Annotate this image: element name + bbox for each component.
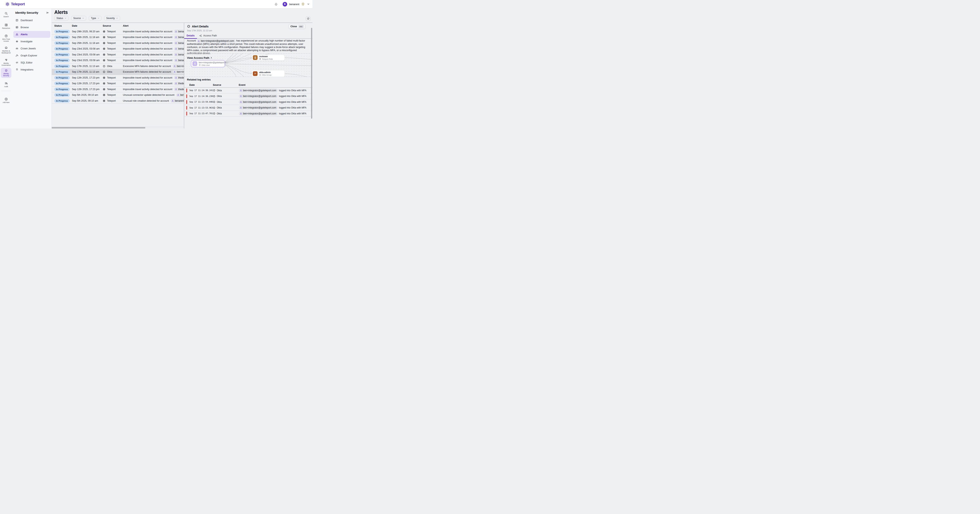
rail-item-identity-security[interactable]: Identity Security <box>1 68 11 78</box>
access-path-node-reviewer[interactable]: reviewerTeleport Role <box>251 55 285 61</box>
sidebar-item-label: Crown Jewels <box>21 47 36 50</box>
rail-item-machine-workload-id[interactable]: Machine & Workload ID <box>1 46 11 54</box>
rail-item-search[interactable]: Search <box>1 11 11 18</box>
source-label: Teleport <box>107 48 116 50</box>
horizontal-scrollbar[interactable] <box>52 127 184 128</box>
rail-item-label: Audit <box>4 86 8 87</box>
user-icon <box>240 113 242 115</box>
account-chip[interactable]: benarent <box>170 99 186 103</box>
sidebar-collapse-button[interactable] <box>46 11 49 14</box>
filter-status[interactable]: Status <box>54 16 68 21</box>
sidebar-items: DashboardBrowseAlertsInvestigateCrown Je… <box>12 17 51 73</box>
account-chip[interactable]: ben+integrator@goteleport.com <box>239 100 278 104</box>
rail-item-add-new[interactable]: Add New <box>1 97 11 104</box>
chevron-down-icon <box>307 3 310 5</box>
status-badge: In Progress <box>54 35 70 39</box>
alert-description: Account ben+integrator@goteleport.com ha… <box>187 40 309 55</box>
column-header: Date <box>72 24 103 27</box>
alert-text: Unusual connector update detected for ac… <box>123 94 175 96</box>
machine-icon <box>5 46 8 49</box>
access-path-node-okta-admin[interactable]: okta-adminOkta Group <box>251 70 285 77</box>
node-text: okta-adminOkta Group <box>259 71 272 76</box>
status-cell: In Progress <box>54 59 72 62</box>
source-label: Okta <box>107 70 112 73</box>
filter-severity[interactable]: Severity <box>104 16 120 21</box>
date-cell: Sep 5th 2025, 09:10 am <box>72 100 103 102</box>
log-row[interactable]: Sep 17 11:14:38.230Oktaben+integrator@go… <box>184 94 312 99</box>
source-label: Teleport <box>107 59 116 62</box>
tab-access-path[interactable]: Access Path <box>197 33 219 38</box>
identity-security-sidebar: Identity Security DashboardBrowseAlertsI… <box>12 8 52 128</box>
dashboard-icon <box>16 19 18 22</box>
sidebar-item-graph-explorer[interactable]: Graph Explorer <box>13 52 50 59</box>
log-row[interactable]: Sep 17 11:14:38.241Oktaben+integrator@go… <box>184 88 312 94</box>
graph-icon <box>16 54 18 57</box>
close-button[interactable]: Close esc <box>288 24 305 29</box>
rail-item-audit[interactable]: Audit <box>1 81 11 88</box>
sidebar-item-investigate[interactable]: Investigate <box>13 38 50 45</box>
group-icon <box>254 72 257 75</box>
sidebar-item-sql-editor[interactable]: SQL Editor <box>13 59 50 66</box>
log-row[interactable]: Sep 17 11:13:47.701Oktaben+integrator@go… <box>184 111 312 117</box>
teleport-logo[interactable]: Teleport <box>5 2 25 6</box>
notifications-button[interactable] <box>274 2 278 6</box>
code-icon <box>16 61 18 64</box>
account-chip[interactable]: ben+integrator@goteleport.com <box>239 89 278 92</box>
view-access-path-link[interactable]: View Access Path <box>187 56 212 59</box>
source-label: Teleport <box>107 88 116 90</box>
okta-icon <box>213 106 215 109</box>
filter-source[interactable]: Source <box>71 16 86 21</box>
account-chip[interactable]: ben+integrator@goteleport.com <box>239 106 278 109</box>
filter-type[interactable]: Type <box>89 16 102 21</box>
status-badge: In Progress <box>54 30 70 33</box>
avatar[interactable]: B <box>283 2 287 6</box>
log-event: ben+integrator@goteleport.comlogged into… <box>239 94 312 98</box>
log-source-label: Okta <box>217 95 222 97</box>
chevdown-icon <box>65 17 67 19</box>
rail-item-zero-trust-access[interactable]: Zero Trust Access <box>1 34 11 43</box>
user-icon <box>177 94 179 96</box>
rail-footer-items: Add New <box>0 94 12 109</box>
vertical-scrollbar-thumb[interactable] <box>311 28 312 119</box>
topbar-right: B benarent <box>274 2 310 6</box>
source-cell: Teleport <box>103 36 123 38</box>
sidebar-item-browse[interactable]: Browse <box>13 24 50 31</box>
alert-text: Impossible travel activity detected for … <box>123 48 172 50</box>
alert-text: Impossible travel activity detected for … <box>123 76 172 79</box>
node-text: reviewerTeleport Role <box>259 55 273 60</box>
node-name: reviewer <box>259 55 273 57</box>
account-name: ben+integrator@goteleport.com <box>243 89 276 92</box>
event-text: logged into Okta with MFA <box>279 89 306 92</box>
collapse-icon <box>46 11 49 14</box>
sidebar-item-crown-jewels[interactable]: Crown Jewels <box>13 45 50 52</box>
page-title: Alerts <box>54 10 312 15</box>
teleport-icon <box>103 30 105 33</box>
filter-label: Status <box>56 17 63 20</box>
node-type: Okta Group <box>259 74 272 76</box>
user-icon <box>240 89 242 92</box>
chevdown-icon <box>116 17 118 19</box>
log-event: ben+integrator@goteleport.comlogged into… <box>239 89 312 92</box>
okta-icon <box>199 64 201 66</box>
alerts-table-header: StatusDateSourceAlert <box>51 23 184 29</box>
sidebar-item-integrations[interactable]: Integrations <box>13 66 50 73</box>
sidebar-item-dashboard[interactable]: Dashboard <box>13 17 50 24</box>
sidebar-item-alerts[interactable]: Alerts <box>13 31 50 38</box>
log-row[interactable]: Sep 17 11:13:59.046Oktaben+integrator@go… <box>184 99 312 105</box>
access-path-node-okta-user[interactable]: ben+integrator@goteleport.c...Okta User <box>191 60 225 67</box>
account-chip[interactable]: ben+integrator@goteleport.com <box>239 112 278 116</box>
teleport-icon <box>259 58 261 60</box>
account-chip[interactable]: ben+integrator@goteleport.com <box>197 40 235 43</box>
tab-details[interactable]: Details <box>184 33 197 39</box>
rail-item-resources[interactable]: Resources <box>1 23 11 30</box>
browse-icon <box>16 26 18 29</box>
log-row[interactable]: Sep 17 11:13:53.963Oktaben+integrator@go… <box>184 105 312 111</box>
refresh-button[interactable] <box>306 16 310 21</box>
user-icon <box>175 76 177 79</box>
account-chip[interactable]: ben+integrator@goteleport.com <box>239 94 278 98</box>
sidebar-item-label: Alerts <box>21 33 27 36</box>
node-type-label: Teleport Role <box>262 58 273 60</box>
rail-item-identity-governance[interactable]: Identity Governance <box>1 58 11 67</box>
account-menu-button[interactable] <box>307 3 310 5</box>
horizontal-scrollbar-thumb[interactable] <box>52 127 145 128</box>
